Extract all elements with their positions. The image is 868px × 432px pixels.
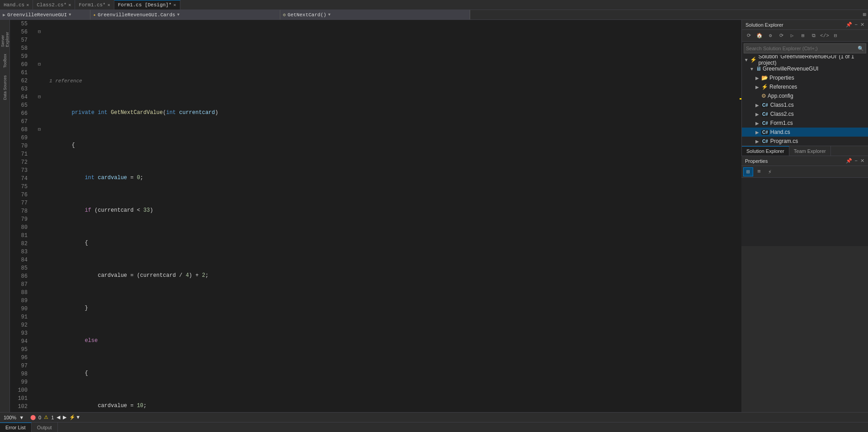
tree-label-references: References <box>769 84 797 90</box>
tab-form1-design-close[interactable]: ✕ <box>174 2 176 8</box>
properties-categorized-btn[interactable]: ≡ <box>754 167 764 176</box>
tree-item-program[interactable]: ▶ C# Program.cs <box>742 137 868 146</box>
tab-form1-design[interactable]: Form1.cs [Design]* ✕ <box>114 0 180 9</box>
left-sidebar: Server Explorer Toolbox Data Sources <box>0 20 10 412</box>
tree-item-hand[interactable]: ▶ C# Hand.cs <box>742 128 868 137</box>
tree-label-program: Program.cs <box>770 138 798 144</box>
properties-title: Properties <box>745 158 768 164</box>
nav-bar: ▶ GreenvilleRevenueGUI ▼ ✦ GreenvilleRev… <box>0 10 868 20</box>
properties-title-bar: Properties 📌 − ✕ <box>741 156 868 166</box>
code-line-59: if (currentcard < 33) <box>46 206 735 214</box>
tab-class2-cs-label: Class2.cs* <box>37 2 66 8</box>
tab-hand-cs-label: Hand.cs <box>4 2 24 8</box>
collapse-71[interactable]: ⊟ <box>35 61 44 69</box>
properties-minimize-button[interactable]: − <box>855 158 858 164</box>
se-pin-button[interactable]: 📌 <box>846 22 852 28</box>
solution-explorer-search-input[interactable] <box>744 46 856 51</box>
tab-bar: Hand.cs ✕ Class2.cs* ✕ Form1.cs* ✕ Form1… <box>0 0 868 10</box>
project-dropdown-label: GreenvilleRevenueGUI <box>7 12 67 18</box>
tree-item-form1[interactable]: ▶ C# Form1.cs <box>742 119 868 128</box>
tree-label-solution: Solution 'GreenvilleRevenueGUI' (1 of 1 … <box>758 55 868 66</box>
zoom-bar: 100% ▼ ⬤ 0 ⚠ 1 ◀ ▶ ⚡▼ <box>0 412 868 422</box>
properties-pin-button[interactable]: 📌 <box>846 158 852 164</box>
se-bottom-tabs: Solution Explorer Team Explorer <box>742 146 868 156</box>
properties-toolbar: ⊞ ≡ ⚡ <box>741 166 868 178</box>
tree-item-solution[interactable]: ▼ ⚡ Solution 'GreenvilleRevenueGUI' (1 o… <box>742 55 868 64</box>
right-panel: Solution Explorer 📌 − ✕ ⟳ 🏠 ⚙ ⟳ ▷ ⊞ ⧉ </… <box>741 20 868 412</box>
bottom-tab-output[interactable]: Output <box>32 423 58 432</box>
se-toolbar-btn-4[interactable]: ⟳ <box>776 31 786 40</box>
code-content: 55 56 57 58 59 60 61 62 63 64 65 66 67 6… <box>10 20 741 412</box>
main-content: Server Explorer Toolbox Data Sources 55 … <box>0 20 868 412</box>
se-toolbar-btn-3[interactable]: ⚙ <box>765 31 775 40</box>
tree-item-class2[interactable]: ▶ C# Class2.cs <box>742 109 868 119</box>
tree-label-hand: Hand.cs <box>770 129 790 135</box>
namespace-dropdown[interactable]: ✦ GreenvilleRevenueGUI.Cards ▼ <box>90 10 280 19</box>
toolbar-extra-btn[interactable]: ⚡▼ <box>69 414 80 420</box>
solution-explorer-controls: 📌 − ✕ <box>846 22 864 28</box>
solution-explorer-toolbar: ⟳ 🏠 ⚙ ⟳ ▷ ⊞ ⧉ </> ⊟ <box>742 30 868 42</box>
tab-form1-cs[interactable]: Form1.cs* ✕ <box>75 0 114 9</box>
code-line-55 <box>46 44 735 52</box>
nav-forward-button[interactable]: ▶ <box>63 414 66 420</box>
namespace-dropdown-label: GreenvilleRevenueGUI.Cards <box>98 12 175 18</box>
warning-count: 1 <box>51 415 54 420</box>
se-toolbar-btn-2[interactable]: 🏠 <box>755 31 764 40</box>
code-line-65: cardvalue = 10; <box>46 402 735 410</box>
editor-area: 55 56 57 58 59 60 61 62 63 64 65 66 67 6… <box>10 20 741 412</box>
properties-panel: Properties 📌 − ✕ ⊞ ≡ ⚡ <box>741 156 868 246</box>
tab-class2-cs[interactable]: Class2.cs* ✕ <box>33 0 75 9</box>
solution-explorer-title: Solution Explorer <box>745 22 783 28</box>
search-icon: 🔍 <box>856 46 866 52</box>
tree-item-references[interactable]: ▶ ⚡ References <box>742 82 868 91</box>
code-gutter: ⊟ ⊟ ⊟ ⊟ <box>35 20 44 412</box>
zoom-level[interactable]: 100% <box>4 415 16 420</box>
tree-item-appconfig[interactable]: ⚙ App.config <box>742 91 868 100</box>
se-close-button[interactable]: ✕ <box>860 22 864 28</box>
se-toolbar-btn-1[interactable]: ⟳ <box>744 31 754 40</box>
properties-controls: 📌 − ✕ <box>846 158 864 164</box>
tab-form1-cs-close[interactable]: ✕ <box>108 2 110 8</box>
sidebar-server-explorer[interactable]: Server Explorer <box>0 20 10 47</box>
project-dropdown[interactable]: ▶ GreenvilleRevenueGUI ▼ <box>0 10 90 19</box>
properties-close-button[interactable]: ✕ <box>860 158 864 164</box>
collapse-82[interactable]: ⊟ <box>35 126 44 134</box>
se-toolbar-btn-5[interactable]: ▷ <box>787 31 797 40</box>
properties-events-btn[interactable]: ⚡ <box>765 167 775 176</box>
tree-label-form1: Form1.cs <box>770 120 793 126</box>
code-editor[interactable]: 1 reference private int GetNextCardValue… <box>44 20 735 412</box>
code-line-58: int cardvalue = 0; <box>46 174 735 182</box>
tab-hand-cs[interactable]: Hand.cs ✕ <box>0 0 33 9</box>
zoom-dropdown-arrow[interactable]: ▼ <box>19 415 24 420</box>
se-toolbar-btn-6[interactable]: ⊞ <box>798 31 808 40</box>
method-dropdown-label: GetNextCard() <box>288 12 326 18</box>
se-toolbar-btn-9[interactable]: ⊟ <box>830 31 840 40</box>
scroll-indicator-bar[interactable] <box>735 20 741 412</box>
bottom-tab-error-list[interactable]: Error List <box>0 423 32 432</box>
method-dropdown[interactable]: ⊙ GetNextCard() ▼ <box>280 10 470 19</box>
collapse-76[interactable]: ⊟ <box>35 93 44 101</box>
collapse-56[interactable]: ⊟ <box>35 28 44 36</box>
se-tab-solution-explorer[interactable]: Solution Explorer <box>742 146 789 156</box>
tree-item-properties[interactable]: ▶ 📂 Properties <box>742 73 868 82</box>
tab-hand-cs-close[interactable]: ✕ <box>26 2 29 8</box>
nav-back-button[interactable]: ◀ <box>57 414 60 420</box>
warning-icon: ⚠ <box>44 414 48 420</box>
se-toolbar-btn-7[interactable]: ⧉ <box>809 31 819 40</box>
code-line-61: cardvalue = (currentcard / 4) + 2; <box>46 271 735 280</box>
se-tab-team-explorer[interactable]: Team Explorer <box>789 146 831 156</box>
tree-label-project: GreenvilleRevenueGUI <box>763 66 818 72</box>
error-icon: ⬤ <box>30 414 36 420</box>
ref-hint-56: 1 reference <box>46 77 735 84</box>
nav-expand-button[interactable]: ⊞ <box>861 11 868 18</box>
solution-explorer-search[interactable]: 🔍 <box>744 43 866 53</box>
se-minimize-button[interactable]: − <box>855 22 858 28</box>
sidebar-toolbox[interactable]: Toolbox <box>0 47 10 74</box>
tab-class2-cs-close[interactable]: ✕ <box>68 2 71 8</box>
code-line-63: else <box>46 337 735 345</box>
tree-item-class1[interactable]: ▶ C# Class1.cs <box>742 100 868 109</box>
sidebar-data-sources[interactable]: Data Sources <box>0 74 10 101</box>
properties-grid-view-btn[interactable]: ⊞ <box>743 167 753 176</box>
tab-form1-cs-label: Form1.cs* <box>79 2 105 8</box>
se-toolbar-btn-8[interactable]: </> <box>820 31 830 40</box>
